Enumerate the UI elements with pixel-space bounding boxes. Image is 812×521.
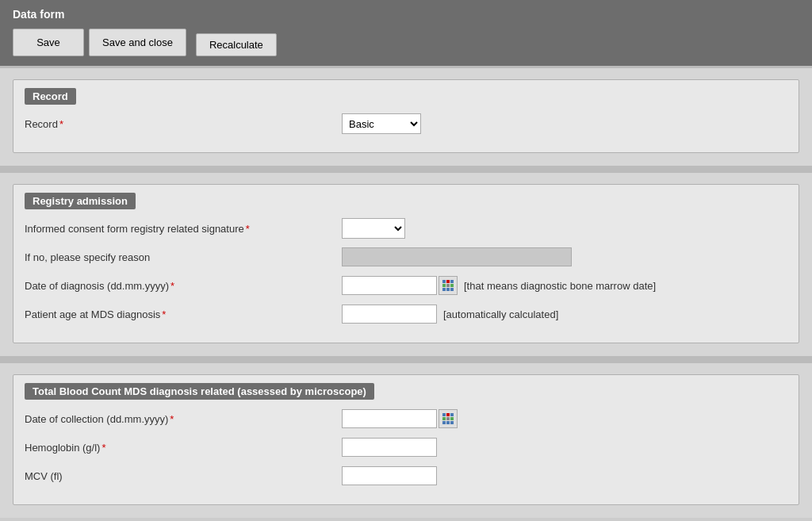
blood-count-section-wrapper: Total Blood Count MDS diagnosis related … bbox=[0, 361, 812, 518]
informed-consent-select[interactable]: Yes No bbox=[342, 218, 405, 239]
date-diagnosis-calendar-icon[interactable] bbox=[439, 276, 458, 295]
record-required-star: * bbox=[59, 118, 63, 130]
patient-age-hint: [automatically calculated] bbox=[443, 308, 558, 320]
record-section-label: Record bbox=[25, 88, 76, 105]
date-diagnosis-label: Date of diagnosis (dd.mm.yyyy)* bbox=[25, 280, 342, 292]
blood-count-section-label: Total Blood Count MDS diagnosis related … bbox=[25, 383, 374, 400]
hemoglobin-required-star: * bbox=[102, 442, 105, 454]
specify-reason-row: If no, please specify reason bbox=[25, 246, 787, 268]
record-section-box: Record Record* Basic Advanced bbox=[13, 79, 799, 153]
page-title: Data form bbox=[13, 8, 799, 21]
blood-count-section-box: Total Blood Count MDS diagnosis related … bbox=[13, 374, 799, 505]
date-collection-row: Date of collection (dd.mm.yyyy)* bbox=[25, 408, 787, 430]
record-field-label: Record* bbox=[25, 118, 342, 130]
date-diagnosis-required-star: * bbox=[170, 280, 174, 292]
date-diagnosis-hint: [that means diagnostic bone marrow date] bbox=[464, 280, 656, 292]
hemoglobin-row: Hemoglobin (g/l)* bbox=[25, 436, 787, 458]
save-and-close-button[interactable]: Save and close bbox=[89, 29, 186, 56]
page-wrapper: Data form Save Save and close Recalculat… bbox=[0, 0, 812, 521]
specify-reason-label: If no, please specify reason bbox=[25, 251, 342, 263]
date-collection-required-star: * bbox=[170, 413, 174, 425]
toolbar-buttons: Save Save and close Recalculate bbox=[13, 29, 799, 56]
mcv-row: MCV (fl) bbox=[25, 465, 787, 487]
record-select[interactable]: Basic Advanced bbox=[342, 113, 421, 134]
patient-age-label: Patient age at MDS diagnosis* bbox=[25, 308, 342, 320]
date-collection-input[interactable] bbox=[342, 409, 437, 428]
registry-section-box: Registry admission Informed consent form… bbox=[13, 184, 799, 343]
registry-section-wrapper: Registry admission Informed consent form… bbox=[0, 170, 812, 356]
date-diagnosis-input[interactable] bbox=[342, 276, 437, 295]
patient-age-row: Patient age at MDS diagnosis* [automatic… bbox=[25, 303, 787, 325]
hemoglobin-input[interactable] bbox=[342, 438, 437, 457]
informed-consent-row: Informed consent form registry related s… bbox=[25, 217, 787, 239]
hemoglobin-label: Hemoglobin (g/l)* bbox=[25, 442, 342, 454]
date-collection-label: Date of collection (dd.mm.yyyy)* bbox=[25, 413, 342, 425]
date-diagnosis-row: Date of diagnosis (dd.mm.yyyy)* [that me… bbox=[25, 274, 787, 297]
mcv-input[interactable] bbox=[342, 466, 437, 485]
registry-section-label: Registry admission bbox=[25, 193, 136, 209]
record-form-row: Record* Basic Advanced bbox=[25, 113, 787, 135]
specify-reason-input[interactable] bbox=[342, 247, 572, 266]
date-collection-calendar-icon[interactable] bbox=[439, 409, 458, 428]
header-bar: Data form Save Save and close Recalculat… bbox=[0, 0, 812, 66]
mcv-label: MCV (fl) bbox=[25, 470, 342, 482]
informed-consent-label: Informed consent form registry related s… bbox=[25, 223, 342, 235]
consent-required-star: * bbox=[246, 223, 250, 235]
save-button[interactable]: Save bbox=[13, 29, 84, 56]
patient-age-required-star: * bbox=[162, 308, 166, 320]
patient-age-input[interactable] bbox=[342, 305, 437, 324]
recalculate-button[interactable]: Recalculate bbox=[196, 33, 277, 56]
record-section-wrapper: Record Record* Basic Advanced bbox=[0, 66, 812, 166]
